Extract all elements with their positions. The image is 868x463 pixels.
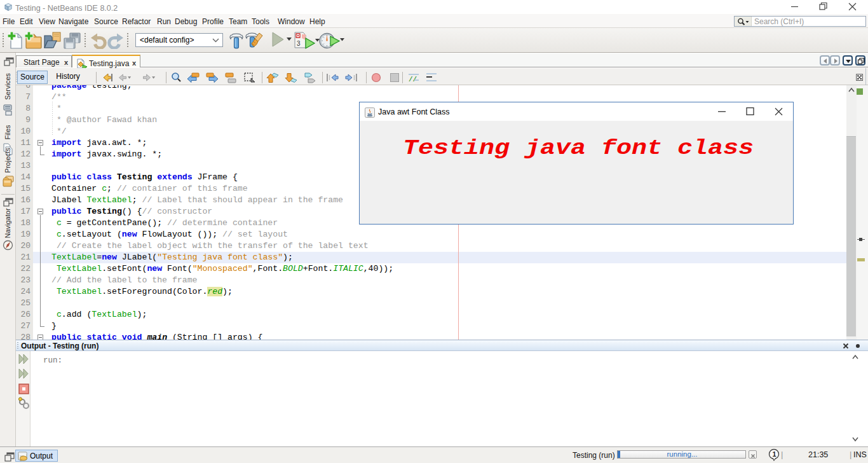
svg-text:1: 1 bbox=[773, 450, 776, 458]
svg-text:3: 3 bbox=[297, 40, 301, 47]
